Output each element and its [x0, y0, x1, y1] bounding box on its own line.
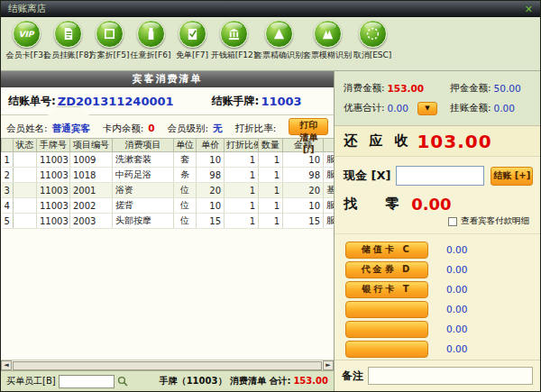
table-cell: 位	[174, 183, 197, 198]
magnifier-icon[interactable]	[117, 376, 128, 387]
change-value: 0.00	[411, 195, 451, 214]
table-cell: 1018	[70, 168, 113, 183]
table-cell: 10	[197, 198, 225, 214]
card-balance-value: 0	[148, 123, 154, 133]
table-cell: 位	[174, 214, 197, 229]
column-header[interactable]: 手牌号	[37, 139, 70, 152]
payment-row-bank-card: 银行卡 T 0.00	[335, 279, 540, 299]
credit-amount-label: 挂账金额:	[450, 102, 491, 114]
handcard-value: 11003	[261, 95, 301, 108]
toolbar-button-member-card[interactable]: VIP 会员卡[F3]	[6, 20, 46, 61]
stored-card-button[interactable]: 储值卡 C	[345, 242, 428, 259]
triangle-icon	[265, 20, 293, 48]
table-cell: 10	[283, 198, 324, 214]
credit-amount: 挂账金额: 0.00	[450, 102, 540, 114]
print-list-button[interactable]: 打印清单[/]	[289, 118, 328, 135]
table-cell: 条	[174, 168, 197, 183]
extra-payment-button-3[interactable]	[345, 341, 428, 358]
stored-card-value: 0.00	[446, 244, 467, 255]
remark-row: 备注	[335, 360, 540, 391]
table-cell	[14, 183, 37, 198]
toolbar-button-any-discount[interactable]: 任意折[F6]	[131, 20, 170, 61]
settle-button[interactable]: 结账 [+]	[491, 167, 533, 186]
table-cell: 4	[2, 198, 14, 214]
discount-total: 优惠合计: 0.00 ▼	[344, 102, 450, 115]
scroll-thumb[interactable]	[13, 361, 322, 370]
mountain-icon	[314, 20, 342, 48]
table-cell: 服务	[324, 198, 335, 214]
payment-detail-checkbox[interactable]	[448, 217, 457, 226]
summary-total: 153.00	[293, 376, 328, 386]
member-name-label: 会员姓名:	[6, 123, 48, 133]
handcard-label: 结账手牌:	[212, 94, 260, 109]
table-cell: 头部按摩	[113, 214, 174, 229]
column-header[interactable]: 状态	[14, 139, 37, 152]
table-cell: 服务	[324, 214, 335, 229]
column-header[interactable]: 单位	[174, 139, 197, 152]
credit-amount-value: 0.00	[494, 103, 515, 114]
table-cell: 1009	[70, 152, 113, 168]
table-cell: 15	[197, 214, 225, 229]
column-header[interactable]	[324, 139, 335, 152]
column-header[interactable]: 打折比例	[225, 139, 259, 152]
column-header[interactable]	[2, 139, 14, 152]
close-icon[interactable]: ✕	[525, 5, 533, 14]
bank-card-button[interactable]: 银行卡 T	[345, 281, 428, 298]
table-row[interactable]: 5110032003头部按摩位151115服务	[2, 214, 335, 229]
voucher-value: 0.00	[446, 264, 467, 275]
staff-input[interactable]	[59, 375, 115, 388]
discount-total-label: 优惠合计:	[344, 102, 385, 114]
discount-ratio-label: 打折比率:	[235, 123, 277, 133]
table-row[interactable]: 4110032002搓背位101110服务	[2, 198, 335, 214]
column-header[interactable]: 数量	[259, 139, 283, 152]
consumption-table: 状态手牌号项目编号消费项目单位单价打折比例数量金额 1110031009洗漱套装…	[1, 138, 334, 229]
payment-row-extra-1: 0.00	[335, 299, 540, 319]
table-cell: 2002	[70, 198, 113, 214]
table-row[interactable]: 2110031018中药足浴条981198服务	[2, 168, 335, 183]
column-header[interactable]: 单价	[197, 139, 225, 152]
consume-amount: 消费金额: 153.00	[344, 82, 450, 95]
toolbar-button-member-credit[interactable]: 会员挂账[F8]	[48, 20, 87, 61]
toolbar-button-cancel[interactable]: 取消[ESC]	[353, 20, 392, 61]
table-cell: 基础	[324, 183, 335, 198]
table-cell: 1	[225, 198, 259, 214]
summary-line: 手牌（11003） 消费清单 合计:153.00	[160, 375, 328, 387]
table-cell: 服务	[324, 168, 335, 183]
toolbar-button-ticket-exact[interactable]: 套票精确识别	[255, 20, 302, 61]
cash-drawer-icon	[220, 20, 248, 48]
staff-label: 买单员工[B]	[6, 375, 56, 387]
extra-payment-button-1[interactable]	[345, 301, 428, 318]
toolbar-button-ticket-fuzzy[interactable]: 套票模糊识别	[304, 20, 351, 61]
horizontal-scrollbar[interactable]: ◄ ►	[1, 360, 334, 370]
change-label: 找 零	[344, 196, 399, 213]
table-cell: 11003	[37, 168, 70, 183]
extra-payment-button-2[interactable]	[345, 321, 428, 338]
column-header[interactable]: 项目编号	[70, 139, 113, 152]
chevron-down-icon[interactable]: ▼	[417, 102, 437, 115]
cash-input[interactable]	[396, 166, 484, 186]
consumption-list-title: 宾客消费清单	[1, 71, 334, 87]
bottle-icon	[137, 20, 165, 48]
extra-payment-value-3: 0.00	[446, 343, 467, 354]
voucher-button[interactable]: 代金券 D	[345, 261, 428, 278]
table-row[interactable]: 3110032001浴资位201120基础	[2, 183, 335, 198]
remark-input[interactable]	[368, 367, 533, 385]
table-cell: 洗漱套装	[113, 152, 174, 168]
amount-due-strip: 还 应 收 103.00	[335, 125, 540, 157]
bill-info-row: 结账单号: ZD201311240001 结账手牌: 11003	[1, 87, 334, 114]
table-cell: 11003	[37, 198, 70, 214]
table-cell: 2	[2, 168, 14, 183]
left-footer: 买单员工[B] 手牌（11003） 消费清单 合计:153.00	[1, 370, 334, 391]
payment-row-extra-2: 0.00	[335, 319, 540, 339]
extra-payment-value-1: 0.00	[446, 304, 467, 315]
table-row[interactable]: 1110031009洗漱套装套101110服务	[2, 152, 335, 168]
scroll-right-icon[interactable]: ►	[323, 360, 334, 370]
toolbar-button-free-bill[interactable]: 免单[F7]	[172, 20, 212, 61]
toolbar-button-open-cashbox[interactable]: 开钱箱[F12]	[214, 20, 253, 61]
scroll-left-icon[interactable]: ◄	[1, 360, 12, 370]
table-cell	[14, 168, 37, 183]
toolbar-button-plan-discount[interactable]: 方案折[F5]	[89, 20, 129, 61]
vip-card-icon: VIP	[13, 20, 41, 48]
amount-due-label: 还 应 收	[344, 132, 408, 150]
column-header[interactable]: 消费项目	[113, 139, 174, 152]
